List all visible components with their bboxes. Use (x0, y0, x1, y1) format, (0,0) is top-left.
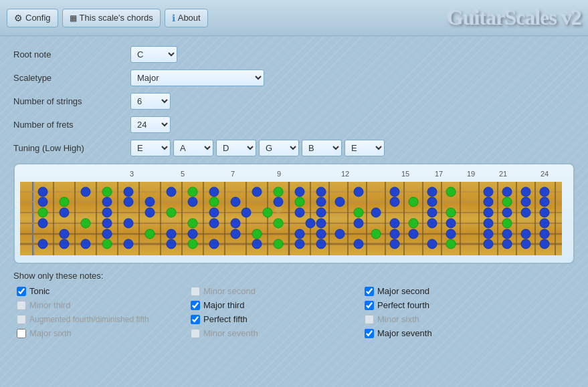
svg-point-83 (540, 229, 549, 239)
fret-num-12: 12 (341, 170, 349, 178)
svg-point-133 (409, 197, 418, 207)
svg-point-86 (102, 219, 112, 228)
note-label-perfect-fifth: Perfect fifth (203, 314, 248, 324)
chords-button[interactable]: This scale's chords (62, 9, 161, 27)
svg-point-149 (316, 187, 326, 197)
svg-point-71 (231, 229, 240, 239)
fretboard: // fret positions - approximate scale le… (20, 182, 568, 257)
header: Config This scale's chords About GuitarS… (0, 0, 588, 36)
svg-point-58 (354, 239, 363, 249)
svg-point-152 (427, 187, 437, 197)
note-checkbox-minor-sixth[interactable] (365, 315, 374, 324)
num-frets-select[interactable]: 1216202224 (130, 116, 171, 133)
tuning-select-6[interactable]: EADGB (345, 140, 385, 156)
num-strings-row: Number of strings 4567 (13, 93, 575, 110)
fret-num-5: 5 (181, 170, 185, 178)
num-frets-row: Number of frets 1216202224 (13, 116, 575, 133)
show-notes-label: Show only these notes: (13, 271, 575, 281)
note-checkbox-minor-third[interactable] (17, 301, 26, 310)
note-item-aug-fourth: Augmented fourth/diminished fifth (17, 314, 191, 324)
tuning-select-4[interactable]: GEADB (259, 140, 299, 156)
tuning-select-5[interactable]: BEADG (302, 140, 342, 156)
note-checkbox-major-sixth[interactable] (17, 329, 26, 338)
svg-point-141 (102, 187, 112, 197)
svg-point-103 (60, 208, 69, 217)
scale-type-select[interactable]: MajorMinorPentatonic Major Pentatonic Mi… (130, 70, 264, 86)
svg-point-154 (484, 187, 493, 197)
svg-point-92 (306, 219, 315, 228)
svg-point-111 (316, 208, 326, 217)
note-checkbox-major-second[interactable] (365, 287, 374, 296)
note-checkbox-major-seventh[interactable] (365, 329, 374, 338)
about-label: About (178, 13, 201, 23)
svg-point-72 (252, 229, 262, 239)
note-checkbox-aug-fourth[interactable] (17, 315, 26, 324)
svg-point-155 (502, 187, 512, 197)
svg-point-85 (81, 219, 90, 228)
fretboard-container: 3 5 7 9 12 15 17 19 21 24 (13, 163, 575, 264)
svg-point-143 (167, 187, 176, 197)
note-checkbox-tonic[interactable] (17, 287, 26, 296)
svg-point-53 (209, 239, 219, 249)
fret-num-3: 3 (130, 170, 134, 178)
svg-point-130 (316, 197, 326, 207)
svg-point-82 (521, 229, 530, 239)
svg-point-63 (502, 239, 512, 249)
svg-point-148 (295, 187, 304, 197)
svg-point-121 (60, 197, 69, 207)
svg-point-102 (38, 208, 47, 217)
fret-numbers-row: 3 5 7 9 12 15 17 19 21 24 (20, 170, 568, 180)
num-strings-label: Number of strings (13, 96, 130, 106)
svg-point-131 (335, 197, 345, 207)
svg-point-73 (295, 229, 304, 239)
svg-point-125 (188, 197, 197, 207)
svg-point-156 (521, 187, 530, 197)
svg-point-55 (274, 239, 283, 249)
logo-area: GuitarScales v2 (447, 5, 581, 30)
num-strings-select[interactable]: 4567 (130, 93, 171, 110)
svg-point-49 (102, 239, 112, 249)
about-button[interactable]: About (165, 9, 208, 27)
svg-point-153 (446, 187, 456, 197)
root-note-select[interactable]: CC#DD# EFF#G G#AA#B (130, 46, 177, 63)
note-item-major-second: Major second (365, 286, 538, 296)
note-label-major-sixth: Major sixth (29, 328, 72, 338)
svg-point-40 (334, 215, 340, 222)
note-item-tonic: Tonic (17, 286, 191, 296)
svg-point-95 (390, 219, 399, 228)
svg-point-75 (335, 229, 345, 239)
svg-point-142 (124, 187, 133, 197)
svg-point-69 (167, 229, 176, 239)
note-checkbox-minor-second[interactable] (191, 287, 200, 296)
svg-point-150 (354, 187, 363, 197)
svg-point-46 (60, 239, 69, 249)
tuning-select-2[interactable]: AEDGB (173, 140, 213, 156)
svg-point-97 (427, 219, 437, 228)
fret-num-24: 24 (541, 170, 549, 178)
note-checkbox-perfect-fifth[interactable] (191, 315, 200, 324)
svg-point-135 (484, 197, 493, 207)
svg-point-146 (252, 187, 262, 197)
note-checkbox-minor-seventh[interactable] (191, 329, 200, 338)
note-checkbox-perfect-fourth[interactable] (365, 301, 374, 310)
root-note-row: Root note CC#DD# EFF#G G#AA#B (13, 46, 575, 63)
svg-point-138 (540, 197, 549, 207)
svg-point-119 (540, 208, 549, 217)
config-button[interactable]: Config (7, 9, 58, 27)
svg-point-87 (124, 219, 133, 228)
note-checkbox-major-third[interactable] (191, 301, 200, 310)
note-label-major-seventh: Major seventh (377, 328, 432, 338)
svg-point-107 (209, 208, 219, 217)
note-label-minor-sixth: Minor sixth (377, 314, 419, 324)
fret-num-17: 17 (435, 170, 443, 178)
svg-point-94 (354, 219, 363, 228)
svg-point-80 (484, 229, 493, 239)
svg-point-91 (274, 219, 283, 228)
svg-point-54 (252, 239, 262, 249)
svg-point-62 (484, 239, 493, 249)
svg-point-77 (390, 229, 399, 239)
tuning-select-1[interactable]: EADGB (130, 140, 171, 156)
svg-point-120 (38, 197, 47, 207)
note-item-perfect-fifth: Perfect fifth (191, 314, 365, 324)
tuning-select-3[interactable]: DEAGB (216, 140, 256, 156)
